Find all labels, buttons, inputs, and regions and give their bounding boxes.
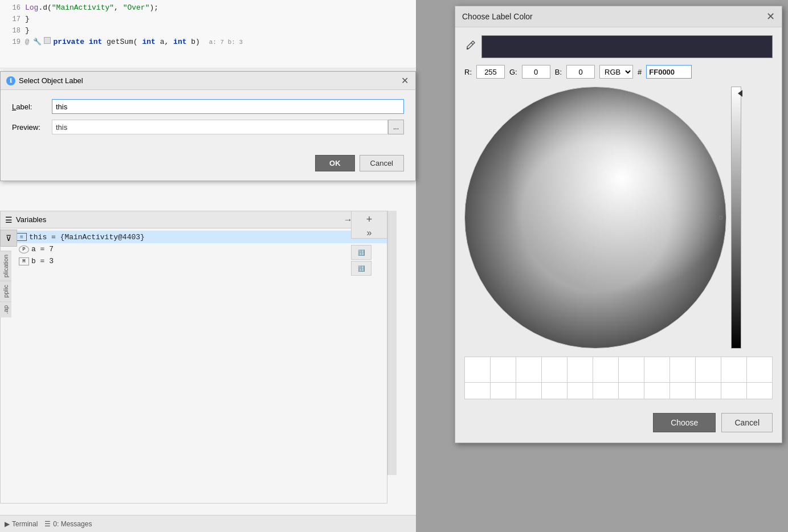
r-label: R: xyxy=(464,68,472,76)
side-tab-3[interactable]: .ap xyxy=(0,301,11,317)
swatch-r2c4[interactable] xyxy=(542,383,567,399)
var-side-actions: + » xyxy=(351,211,387,239)
select-label-close-button[interactable]: ✕ xyxy=(400,75,410,86)
color-dialog-body: R: G: B: RGB HSB HSL # xyxy=(455,27,782,443)
swatch-r2c5[interactable] xyxy=(567,383,593,399)
swatch-r1c5[interactable] xyxy=(567,357,593,382)
swatch-r2c1[interactable] xyxy=(465,383,490,399)
swatch-r1c1[interactable] xyxy=(465,357,490,382)
choose-button[interactable]: Choose xyxy=(653,413,716,432)
wheel-cursor xyxy=(719,216,722,219)
preview-label: Preview: xyxy=(12,123,52,132)
swatches-grid xyxy=(464,357,773,399)
color-dialog-close-button[interactable]: ✕ xyxy=(766,10,775,23)
color-cancel-button[interactable]: Cancel xyxy=(721,413,773,432)
swatch-r1c2[interactable] xyxy=(491,357,516,382)
swatch-r2c12[interactable] xyxy=(747,383,772,399)
swatch-r1c11[interactable] xyxy=(721,357,746,382)
b-label: B: xyxy=(555,68,562,76)
terminal-label: Terminal xyxy=(12,520,38,528)
messages-icon: ☰ xyxy=(44,520,51,528)
dialog-title: Select Object Label xyxy=(19,76,83,85)
var-action-1[interactable]: 🔢 xyxy=(351,245,371,260)
label-field-label: Label: xyxy=(12,103,52,111)
svg-rect-0 xyxy=(467,48,468,50)
dialog-icon: ℹ xyxy=(6,76,15,85)
swatch-r2c9[interactable] xyxy=(670,383,695,399)
terminal-icon: ▶ xyxy=(5,520,10,528)
select-label-dialog: ℹ Select Object Label ✕ Label: Preview: … xyxy=(0,71,416,181)
var-item-a[interactable]: P a = 7 xyxy=(1,243,387,255)
swatch-r1c6[interactable] xyxy=(593,357,618,382)
side-tabs: plication pplic .ap xyxy=(0,251,16,317)
variables-panel-header: ☰ Variables → 📷 ≡ xyxy=(1,211,387,228)
var-name-this: this = {MainActivity@4403} xyxy=(29,233,145,242)
variables-scrollbar[interactable] xyxy=(387,211,397,475)
code-line-18: 18 } xyxy=(5,25,411,36)
cancel-button[interactable]: Cancel xyxy=(360,155,404,171)
side-tab-2[interactable]: pplic xyxy=(0,281,11,301)
preview-value: this xyxy=(52,120,388,134)
var-item-this[interactable]: ▶ ≡ this = {MainActivity@4403} xyxy=(1,231,387,243)
panel-header-left: ☰ Variables xyxy=(5,215,46,224)
var-item-b[interactable]: M b = 3 xyxy=(1,255,387,267)
swatch-r2c7[interactable] xyxy=(619,383,644,399)
label-input[interactable] xyxy=(52,99,404,114)
ok-button[interactable]: OK xyxy=(315,155,355,171)
swatch-r1c12[interactable] xyxy=(747,357,772,382)
bottom-tabs: ▶ Terminal ☰ 0: Messages xyxy=(0,515,416,532)
color-dialog-footer: Choose Cancel xyxy=(464,408,773,435)
color-dialog: Choose Label Color ✕ R: G: B: RGB xyxy=(455,6,782,443)
swatch-r2c8[interactable] xyxy=(644,383,669,399)
breakpoint-icon xyxy=(44,37,51,44)
swatch-r1c3[interactable] xyxy=(516,357,541,382)
brightness-cursor xyxy=(738,90,742,97)
terminal-tab[interactable]: ▶ Terminal xyxy=(5,520,38,528)
var-type-p-icon: P xyxy=(19,245,29,253)
color-mode-select[interactable]: RGB HSB HSL xyxy=(599,65,633,79)
b-input[interactable] xyxy=(566,65,595,79)
label-row: Label: xyxy=(12,99,404,114)
swatch-r2c6[interactable] xyxy=(593,383,618,399)
color-preview-row xyxy=(464,35,773,58)
swatch-r1c8[interactable] xyxy=(644,357,669,382)
color-dialog-titlebar: Choose Label Color ✕ xyxy=(455,6,782,27)
eyedropper-button[interactable] xyxy=(464,40,476,54)
var-type-m-icon: M xyxy=(19,257,29,265)
preview-row: Preview: this ... xyxy=(12,120,404,134)
swatch-r1c10[interactable] xyxy=(696,357,721,382)
code-line-19: 19 @ 🔧 private int getSum( int a, int b)… xyxy=(5,36,411,48)
swatch-r2c10[interactable] xyxy=(696,383,721,399)
dialog-body: Label: Preview: this ... xyxy=(1,90,415,149)
g-input[interactable] xyxy=(522,65,550,79)
select-label-titlebar: ℹ Select Object Label ✕ xyxy=(1,72,415,90)
color-wheel[interactable] xyxy=(464,87,726,349)
var-name-a: a = 7 xyxy=(31,245,54,253)
var-action-2[interactable]: 🔢 xyxy=(351,261,371,276)
variables-title: Variables xyxy=(16,215,46,224)
var-name-b: b = 3 xyxy=(31,257,54,265)
swatch-r2c11[interactable] xyxy=(721,383,746,399)
code-line-17: 17 } xyxy=(5,14,411,25)
dialog-footer: OK Cancel xyxy=(1,149,415,181)
swatch-r2c3[interactable] xyxy=(516,383,541,399)
browse-button[interactable]: ... xyxy=(388,120,404,134)
swatch-r1c9[interactable] xyxy=(670,357,695,382)
eyedropper-icon xyxy=(464,40,476,51)
swatch-r2c2[interactable] xyxy=(491,383,516,399)
messages-tab[interactable]: ☰ 0: Messages xyxy=(44,520,92,528)
g-label: G: xyxy=(509,68,517,76)
swatch-r1c4[interactable] xyxy=(542,357,567,382)
r-input[interactable] xyxy=(476,65,505,79)
brightness-slider[interactable] xyxy=(731,87,741,349)
hash-label: # xyxy=(638,68,642,76)
filter-button[interactable]: ⊽ xyxy=(0,230,17,247)
more-var-btn[interactable]: » xyxy=(365,228,374,238)
add-var-btn[interactable]: + xyxy=(365,214,374,226)
swatch-r1c7[interactable] xyxy=(619,357,644,382)
code-editor: 16 Log.d("MainActivity", "Over"); 17 } 1… xyxy=(0,0,416,68)
messages-label: 0: Messages xyxy=(53,520,92,528)
hex-input[interactable] xyxy=(646,65,692,79)
color-wheel-container xyxy=(464,87,773,349)
side-tab-1[interactable]: plication xyxy=(0,251,11,281)
